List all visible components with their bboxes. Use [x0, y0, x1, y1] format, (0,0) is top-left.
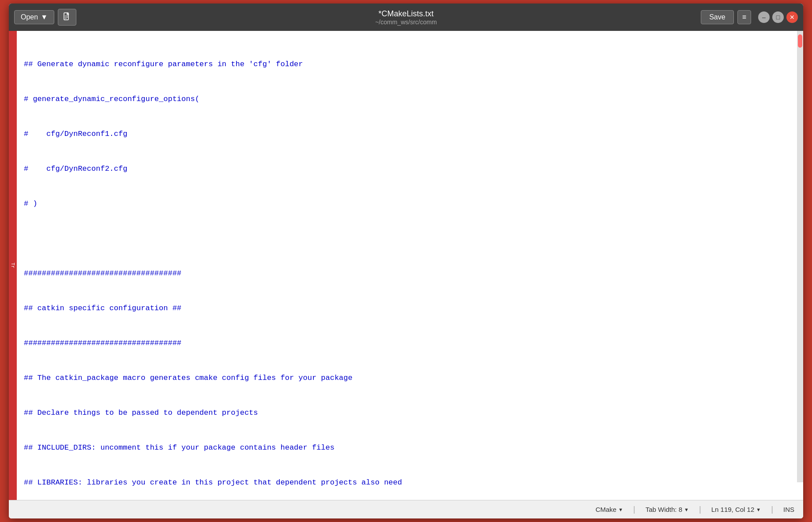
tab-width-arrow: ▼ — [684, 507, 689, 512]
titlebar-right: Save ≡ – □ ✕ — [701, 10, 798, 24]
code-line-8: ## catkin specific configuration ## — [24, 303, 796, 314]
editor-container: Tr ## Generate dynamic reconfigure param… — [9, 31, 803, 500]
open-arrow: ▼ — [41, 13, 48, 21]
separator-2: | — [698, 505, 703, 514]
menu-button[interactable]: ≡ — [737, 10, 751, 24]
save-button[interactable]: Save — [701, 10, 733, 24]
code-line-3: # cfg/DynReconf1.cfg — [24, 128, 796, 140]
position-arrow: ▼ — [756, 507, 761, 512]
window-controls: – □ ✕ — [758, 11, 798, 23]
maximize-button[interactable]: □ — [772, 11, 784, 23]
close-button[interactable]: ✕ — [786, 11, 798, 23]
tab-width-label: Tab Width: 8 — [646, 506, 682, 513]
code-line-9: ################################### — [24, 338, 796, 349]
code-line-7: ################################### — [24, 268, 796, 279]
file-icon-button[interactable] — [58, 9, 76, 26]
code-line-13: ## LIBRARIES: libraries you create in th… — [24, 477, 796, 488]
minimize-button[interactable]: – — [758, 11, 770, 23]
code-line-10: ## The catkin_package macro generates cm… — [24, 372, 796, 384]
insert-mode-label: INS — [783, 506, 794, 513]
left-sidebar-tab: Tr — [9, 31, 17, 500]
titlebar-center: *CMakeLists.txt ~/comm_ws/src/comm — [375, 9, 437, 26]
code-line-1: ## Generate dynamic reconfigure paramete… — [24, 59, 796, 70]
code-line-2: # generate_dynamic_reconfigure_options( — [24, 94, 796, 105]
code-line-6 — [24, 233, 796, 244]
code-block: ## Generate dynamic reconfigure paramete… — [24, 35, 796, 500]
open-button[interactable]: Open ▼ — [14, 10, 54, 24]
code-line-11: ## Declare things to be passed to depend… — [24, 407, 796, 419]
position-label: Ln 119, Col 12 — [711, 506, 755, 513]
language-selector[interactable]: CMake ▼ — [595, 506, 623, 513]
titlebar: Open ▼ *CMakeLists.txt ~/comm_ws/src/com… — [9, 4, 803, 31]
tab-width-selector[interactable]: Tab Width: 8 ▼ — [646, 506, 689, 513]
editor-content[interactable]: ## Generate dynamic reconfigure paramete… — [17, 31, 803, 500]
titlebar-left: Open ▼ — [14, 9, 76, 26]
statusbar: CMake ▼ | Tab Width: 8 ▼ | Ln 119, Col 1… — [9, 500, 803, 518]
language-arrow: ▼ — [618, 507, 623, 512]
insert-mode: INS — [783, 506, 794, 513]
separator-1: | — [632, 505, 637, 514]
code-line-12: ## INCLUDE_DIRS: uncomment this if your … — [24, 442, 796, 454]
cursor-position[interactable]: Ln 119, Col 12 ▼ — [711, 506, 761, 513]
main-window: Open ▼ *CMakeLists.txt ~/comm_ws/src/com… — [9, 4, 803, 518]
open-label: Open — [21, 13, 38, 21]
vertical-scrollbar[interactable] — [797, 31, 803, 482]
code-line-4: # cfg/DynReconf2.cfg — [24, 163, 796, 175]
separator-3: | — [770, 505, 774, 514]
window-path: ~/comm_ws/src/comm — [375, 19, 437, 26]
language-label: CMake — [595, 506, 617, 513]
scrollbar-thumb[interactable] — [798, 34, 802, 48]
code-line-5: # ) — [24, 198, 796, 210]
window-title: *CMakeLists.txt — [375, 9, 437, 19]
